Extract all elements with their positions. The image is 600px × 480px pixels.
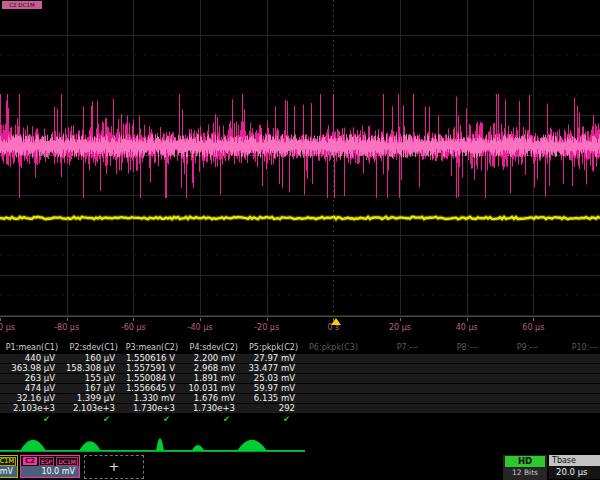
measurement-value — [360, 384, 420, 393]
measurement-value — [480, 394, 540, 403]
measurement-value — [540, 374, 600, 383]
timebase-descriptor[interactable]: Tbase 20.0 µs — [549, 455, 600, 480]
measurement-value: 1.399 µV — [60, 394, 120, 403]
measurement-value: 1.330 mV — [120, 394, 180, 403]
measurement-value: 1.557591 V — [120, 364, 180, 373]
measurement-value: 59.97 mV — [240, 384, 300, 393]
measurement-value: 2.968 mV — [180, 364, 240, 373]
measurement-value: 6.135 mV — [240, 394, 300, 403]
time-axis-label: -100 µs — [0, 323, 15, 332]
measurement-value — [300, 384, 360, 393]
measurement-value: 1.556645 V — [120, 384, 180, 393]
measurement-value: 158.308 µV — [60, 364, 120, 373]
measurement-value: 474 µV — [0, 384, 60, 393]
measurement-value — [300, 404, 360, 413]
measurement-histicons[interactable] — [0, 432, 600, 454]
time-axis-label: 60 µs — [522, 323, 544, 332]
measurement-value — [540, 354, 600, 363]
hd-mode-panel[interactable]: HD 12 Bits — [503, 455, 547, 480]
oscilloscope-screen: C2 DC1M -100 µs-80 µs-60 µs-40 µs-20 µs0… — [0, 0, 600, 480]
measurement-header-p1[interactable]: P1:mean(C1) — [0, 343, 60, 353]
measurement-value — [360, 404, 420, 413]
measurement-value — [480, 354, 540, 363]
trace-label-badge: C2 DC1M — [2, 1, 42, 9]
hd-bits-label: 12 Bits — [503, 467, 547, 479]
measurement-value — [360, 394, 420, 403]
measurement-header-p2[interactable]: P2:sdev(C1) — [60, 343, 120, 353]
measurement-value: 25.03 mV — [240, 374, 300, 383]
measurement-status-check — [300, 414, 360, 424]
time-axis-label: 20 µs — [389, 323, 411, 332]
measurement-value: 1.550616 V — [120, 354, 180, 363]
measurement-value: 363.98 µV — [0, 364, 60, 373]
histicon-peak — [20, 440, 46, 451]
c1-coupling-badge: DC1M — [0, 457, 16, 466]
measurement-value: 1.676 mV — [180, 394, 240, 403]
measurement-value — [540, 384, 600, 393]
measurement-value — [420, 384, 480, 393]
measurement-value: 33.477 mV — [240, 364, 300, 373]
hd-badge: HD — [505, 456, 545, 467]
measurement-value: 27.97 mV — [240, 354, 300, 363]
measurement-table: P1:mean(C1)P2:sdev(C1)P3:mean(C2)P4:sdev… — [0, 343, 600, 424]
axis-tick — [67, 318, 68, 321]
measurement-status-check: ✔ — [120, 414, 180, 424]
measurement-value — [480, 374, 540, 383]
axis-tick — [467, 318, 468, 321]
measurement-header-p6[interactable]: P6:pkpk(C3) — [300, 343, 360, 353]
measurement-status-check — [540, 414, 600, 424]
channel-c2-descriptor[interactable]: C2 ESP DC1M 10.0 mV — [20, 455, 80, 478]
timebase-label: Tbase — [549, 455, 600, 466]
measurement-status-check: ✔ — [60, 414, 120, 424]
measurement-value: 2.200 mV — [180, 354, 240, 363]
measurement-value: 1.730e+3 — [120, 404, 180, 413]
add-trace-button[interactable]: + — [84, 455, 144, 479]
timebase-value: 20.0 µs — [549, 466, 600, 479]
measurement-value — [480, 364, 540, 373]
measurement-value — [360, 364, 420, 373]
axis-tick — [0, 318, 1, 321]
time-axis-label: -80 µs — [54, 323, 79, 332]
measurement-header-p9[interactable]: P9:--- — [480, 343, 540, 353]
measurement-header-p7[interactable]: P7:--- — [360, 343, 420, 353]
axis-tick — [267, 318, 268, 321]
axis-tick — [400, 318, 401, 321]
measurement-value — [300, 364, 360, 373]
measurement-value — [300, 374, 360, 383]
measurement-value — [540, 394, 600, 403]
measurement-value: 160 µV — [60, 354, 120, 363]
descriptor-bar: DC1M 10.0 mV C2 ESP DC1M 10.0 mV + HD 12… — [0, 455, 600, 480]
measurement-value: 167 µV — [60, 384, 120, 393]
measurement-status-check: ✔ — [0, 414, 60, 424]
measurement-value — [420, 364, 480, 373]
measurement-value — [480, 384, 540, 393]
trigger-position-marker[interactable] — [331, 318, 341, 325]
measurement-header-p4[interactable]: P4:sdev(C2) — [180, 343, 240, 353]
c2-channel-tag: C2 — [23, 457, 37, 465]
measurement-value: 263 µV — [0, 374, 60, 383]
c2-esp-badge: ESP — [39, 457, 54, 466]
histicon-peak — [79, 441, 101, 451]
axis-tick — [133, 318, 134, 321]
histicon-peak — [192, 445, 205, 451]
measurement-value: 2.103e+3 — [60, 404, 120, 413]
axis-tick — [200, 318, 201, 321]
measurement-value: 1.550084 V — [120, 374, 180, 383]
time-axis: -100 µs-80 µs-60 µs-40 µs-20 µs0 s20 µs4… — [0, 318, 600, 336]
measurement-status-check — [480, 414, 540, 424]
measurement-header-p5[interactable]: P5:pkpk(C2) — [240, 343, 300, 353]
measurement-value: 32.16 µV — [0, 394, 60, 403]
measurement-status-check: ✔ — [240, 414, 300, 424]
measurement-header-p8[interactable]: P8:--- — [420, 343, 480, 353]
axis-tick — [533, 318, 534, 321]
time-axis-label: -40 µs — [188, 323, 213, 332]
measurement-value: 2.103e+3 — [0, 404, 60, 413]
measurement-status-check — [360, 414, 420, 424]
measurement-header-p3[interactable]: P3:mean(C2) — [120, 343, 180, 353]
time-axis-label: -20 µs — [254, 323, 279, 332]
waveform-graticule[interactable] — [0, 0, 600, 318]
channel-c1-descriptor[interactable]: DC1M 10.0 mV — [0, 455, 18, 478]
measurement-value — [540, 364, 600, 373]
measurement-value — [420, 374, 480, 383]
measurement-header-p10[interactable]: P10:--- — [540, 343, 600, 353]
